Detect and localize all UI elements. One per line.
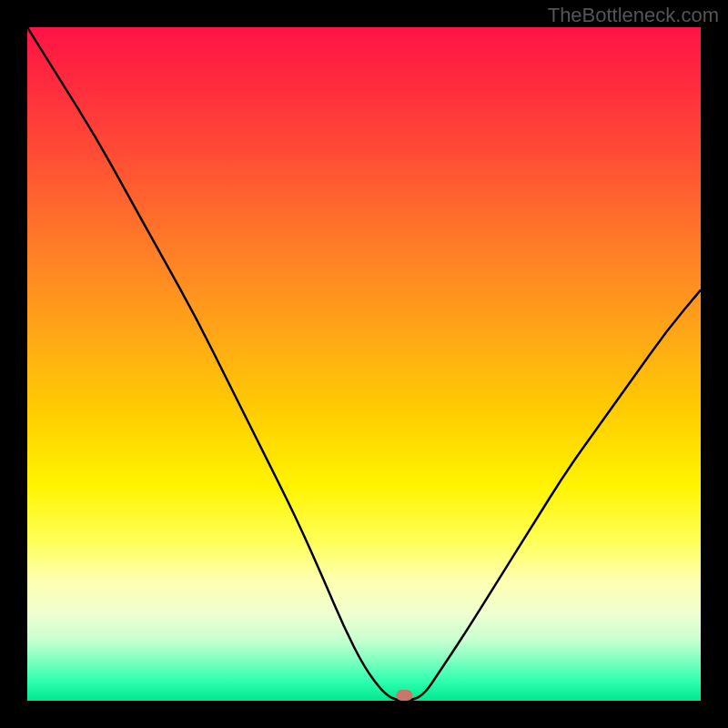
optimal-point-marker	[396, 690, 412, 701]
chart-plot-area	[27, 27, 701, 701]
chart-svg-layer	[27, 27, 701, 701]
bottleneck-curve-path	[27, 27, 701, 701]
watermark-text: TheBottleneck.com	[548, 4, 719, 27]
